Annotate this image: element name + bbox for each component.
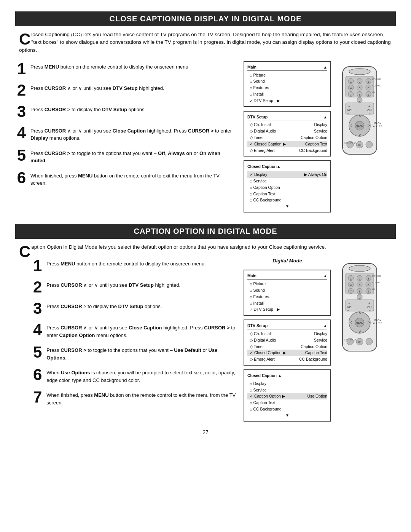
screen3-display: ✓ Display▶ Always On (247, 171, 327, 178)
screen3-cc-background: CC Background (247, 197, 327, 203)
svg-text:3: 3 (368, 277, 370, 280)
step-text-3: Press CURSOR > to display the DTV Setup … (30, 104, 146, 113)
screen2-emerg-alert: ◇ Emerg AlertCC Background (247, 147, 327, 154)
step2-number-4: 4 (31, 322, 42, 338)
screen3-caption-text: Caption Text (247, 191, 327, 197)
s2-screen1-sound: Sound (247, 287, 327, 294)
step-number-3: 3 (15, 104, 26, 120)
svg-text:∧ ∨ < >: ∧ ∨ < > (373, 321, 382, 324)
step-2-5: 5 Press CURSOR > to toggle to the option… (31, 344, 236, 361)
svg-text:<: < (349, 320, 352, 325)
s2-screen1-install: Install (247, 300, 327, 307)
svg-text:4: 4 (350, 86, 352, 90)
step-text-6: When finished, press MENU button on the … (30, 170, 236, 187)
remote-control-svg: 1 2 3 POWER 4 5 6 FORMAT 7 8 (335, 65, 384, 171)
digital-mode-label: Digital Mode (244, 258, 331, 264)
svg-point-48 (349, 265, 370, 272)
svg-text:8: 8 (359, 93, 361, 96)
step-1-3: 3 Press CURSOR > to display the DTV Setu… (15, 104, 236, 120)
section2-screens-remote: Digital Mode Main ▲ Picture Sound Featur… (244, 258, 396, 421)
svg-text:∨: ∨ (358, 132, 362, 137)
step-number-6: 6 (15, 170, 26, 186)
screen1-title: Main ▲ (247, 64, 327, 71)
step-number-2: 2 (15, 82, 26, 98)
svg-text:>: > (367, 320, 370, 325)
step2-number-7: 7 (31, 389, 42, 405)
s2-screen2-timer: ◇ TimerCaption Option (247, 343, 327, 350)
section2-remote: 1 2 3 POWER 4 5 6 FORMAT 7 8 (335, 258, 396, 368)
screen1-features: Features (247, 85, 327, 91)
section1-intro: C losed Captioning (CC) lets you read th… (15, 31, 396, 54)
svg-text:6: 6 (368, 86, 370, 90)
section2: CAPTION OPTION IN DIGITAL MODE C aption … (15, 224, 396, 422)
s2-screen1-dtv-setup: DTV Setup ▶ (247, 306, 327, 313)
s2-screen1-features: Features (247, 294, 327, 300)
step-number-1: 1 (15, 61, 26, 77)
svg-text:OK: OK (358, 144, 362, 146)
step-2-7: 7 When finished, press MENU button on th… (31, 389, 236, 406)
step-1-2: 2 Press CURSOR ∧ or ∨ until you see DTV … (15, 82, 236, 98)
section1-screens-remote: Main ▲ Picture Sound Features Install DT… (244, 61, 396, 212)
svg-text:1: 1 (350, 277, 352, 280)
svg-text:<: < (349, 123, 352, 128)
screen1-title-left: Main (247, 64, 256, 70)
svg-text:8: 8 (359, 290, 361, 293)
screen2-title: DTV Setup ▲ (247, 114, 327, 121)
svg-text:FORMAT: FORMAT (372, 281, 382, 284)
s2-screen3-closed-caption: Closed Caption ▲ Display Service ✓ Capti… (244, 369, 331, 422)
step-number-5: 5 (15, 147, 26, 163)
step2-number-3: 3 (31, 300, 42, 316)
s2-screen1-main-menu: Main ▲ Picture Sound Features Install DT… (244, 270, 331, 316)
section1-intro-text: losed Captioning (CC) lets you read the … (19, 32, 391, 53)
step-2-4: 4 Press CURSOR ∧ or ∨ until you see Clos… (31, 322, 236, 339)
step-2-6: 6 When Use Options is choosen, you will … (31, 367, 236, 384)
s2-screen3-bottom-arrow: ▼ (247, 412, 327, 419)
step-number-4: 4 (15, 125, 26, 141)
screen2-closed-caption: ✓ Closed Caption ▶Caption Text (247, 141, 327, 147)
remote-control-svg-2: 1 2 3 POWER 4 5 6 FORMAT 7 8 (335, 262, 384, 368)
s2-screen2-title: DTV Setup ▲ (247, 323, 327, 329)
step2-text-3: Press CURSOR > to display the DTV Setup … (46, 300, 162, 310)
drop-cap-1: C (19, 32, 30, 46)
screen2-timer: ◇ TimerCaption Option (247, 134, 327, 141)
screen3-caption-option: Caption Option (247, 184, 327, 191)
section1-header: CLOSE CAPTIONING DISPLAY IN DIGITAL MODE (15, 11, 396, 26)
screen2-dtv-setup: DTV Setup ▲ ◇ Ch. InstallDisplay ◇ Digit… (244, 111, 331, 157)
svg-text:POWER: POWER (372, 275, 381, 277)
screen2-title-right: ▲ (323, 114, 327, 120)
s2-screen1-title: Main ▲ (247, 273, 327, 280)
svg-text:3: 3 (368, 80, 370, 83)
svg-point-1 (349, 69, 370, 75)
svg-text:MENU: MENU (356, 125, 364, 127)
screen1-dtv-setup: DTV Setup ▶ (247, 97, 327, 104)
svg-text:6: 6 (368, 283, 370, 287)
svg-text:9: 9 (368, 290, 370, 293)
step-text-2: Press CURSOR ∧ or ∨ until you see DTV Se… (30, 82, 164, 92)
step2-text-2: Press CURSOR ∧ or ∨ until you see DTV Se… (46, 279, 180, 289)
svg-text:4: 4 (350, 283, 352, 287)
step2-text-7: When finished, press MENU button on the … (46, 389, 236, 406)
svg-text:∧: ∧ (358, 113, 362, 118)
drop-cap-2: C (19, 245, 30, 259)
svg-text:9: 9 (368, 93, 370, 96)
svg-text:7: 7 (350, 93, 352, 96)
svg-text:∨: ∨ (358, 329, 362, 334)
svg-text:MENU: MENU (374, 121, 382, 124)
svg-text:POWER: POWER (372, 78, 381, 80)
svg-text:–: – (369, 112, 371, 115)
svg-text:+: + (368, 302, 370, 305)
screen3-closed-caption: Closed Caption▲ ✓ Display▶ Always On Ser… (244, 160, 331, 212)
screen1-install: Install (247, 91, 327, 97)
svg-text:1: 1 (350, 80, 352, 83)
section2-screens: Digital Mode Main ▲ Picture Sound Featur… (244, 258, 331, 421)
page-number: 27 (15, 429, 396, 435)
svg-text:0: 0 (359, 99, 361, 102)
step-text-5: Press CURSOR > to toggle to the options … (30, 147, 236, 165)
step2-text-6: When Use Options is choosen, you will be… (46, 367, 236, 384)
svg-text:>: > (367, 123, 370, 128)
s2-screen2-closed-caption: ✓ Closed Caption ▶Caption Text (247, 350, 327, 356)
svg-text:5: 5 (359, 283, 361, 287)
svg-text:∧: ∧ (358, 310, 362, 315)
step2-text-5: Press CURSOR > to toggle to the options … (46, 344, 236, 361)
step2-text-1: Press MENU button on the remote control … (46, 258, 206, 268)
